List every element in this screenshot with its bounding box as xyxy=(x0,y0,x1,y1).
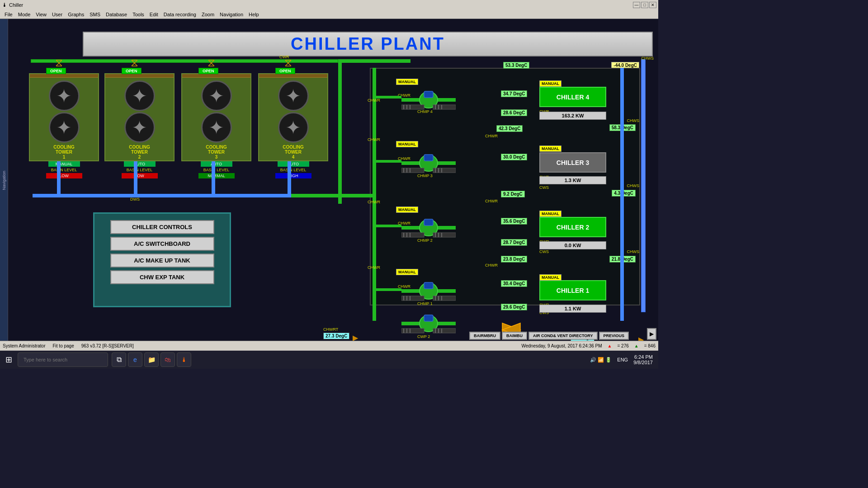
svg-rect-16 xyxy=(401,168,424,173)
menu-help[interactable]: Help xyxy=(246,12,262,17)
tower3-open-badge: OPEN xyxy=(198,68,218,74)
tower2-pipe-down xyxy=(134,161,137,197)
cws-ch2: CWS xyxy=(539,249,549,254)
cwr-pipe-ch2-h xyxy=(373,225,401,227)
status-user: System Administrator xyxy=(3,343,45,348)
tower2-mode: AUTO xyxy=(124,161,156,167)
bairmbru-btn[interactable]: BAIRMBRU xyxy=(469,332,500,340)
tower1-mode: MANUAL xyxy=(48,161,80,167)
status-fit: Fit to page xyxy=(52,343,74,348)
tower3-pipe-down xyxy=(212,161,215,197)
menu-graphs[interactable]: Graphs xyxy=(65,12,87,17)
cwp2-label: CWP 2 xyxy=(417,334,430,339)
title-bar: 🌡 Chiller — □ ✕ xyxy=(0,0,658,10)
previous-btn[interactable]: PREVIOUS xyxy=(599,332,629,340)
manual-badge-ch4: MANUAL xyxy=(396,79,418,85)
folder-btn[interactable]: 📁 xyxy=(144,352,159,367)
window-title: Chiller xyxy=(9,2,23,8)
close-button[interactable]: ✕ xyxy=(649,2,656,8)
cwr-pipe-ch3-h xyxy=(373,160,401,163)
menu-mode[interactable]: Mode xyxy=(15,12,33,17)
search-input[interactable] xyxy=(18,352,108,367)
chiller4-unit[interactable]: CHILLER 4 xyxy=(539,87,606,107)
menu-zoom[interactable]: Zoom xyxy=(199,12,217,17)
alarm-count: = 846 xyxy=(644,343,656,348)
kw-ch1: 1.1 KW xyxy=(539,305,606,313)
manual-badge-ch1: MANUAL xyxy=(396,269,418,275)
menu-navigation[interactable]: Navigation xyxy=(217,12,246,17)
chws-ch2: CHWS xyxy=(627,249,640,254)
chmp1-label: CHMP 1 xyxy=(417,301,433,306)
chws-ch3: CHWS xyxy=(627,183,640,188)
chws-pipe-right xyxy=(641,59,646,312)
cwr-pipe-top xyxy=(31,59,338,63)
scroll-right-btn[interactable]: ▶ xyxy=(647,328,656,340)
temp-ch2-28: 28.7 DegC xyxy=(501,239,527,246)
svg-rect-52 xyxy=(401,328,424,333)
menu-view[interactable]: View xyxy=(33,12,49,17)
chwr-pipe-right-v xyxy=(620,68,624,321)
cwr-pipe-ch4-h xyxy=(373,96,401,99)
ac-makeup-btn[interactable]: A/C MAKE UP TANK xyxy=(110,253,214,267)
chw-exp-btn[interactable]: CHW EXP TANK xyxy=(110,270,214,284)
chwrt-value: 27.3 DegC xyxy=(323,333,349,339)
chiller-controls-btn[interactable]: CHILLER CONTROLS xyxy=(110,220,214,234)
minimize-button[interactable]: — xyxy=(633,2,640,8)
chmp3-label: CHMP 3 xyxy=(417,174,433,178)
chiller3-unit[interactable]: CHILLER 3 xyxy=(539,152,606,173)
start-button[interactable]: ⊞ xyxy=(2,352,16,368)
tower2-basin: LOW xyxy=(122,173,158,178)
cooling-tower-3: ⧖ OPEN ✦ ✦ COOLINGTOWER3 AUTO BASIN LEVE… xyxy=(181,73,251,161)
svg-rect-15 xyxy=(424,155,433,161)
title-panel: CHILLER PLANT xyxy=(83,32,653,56)
chwr-label-3: CHWR xyxy=(368,200,380,204)
chwrt-label: CHWRT xyxy=(323,327,338,332)
menu-sms[interactable]: SMS xyxy=(87,12,103,17)
taskbar: ⊞ ⧉ e 📁 🛍 🌡 🔊 📶 🔋 ENG 6:24 PM 9/8/2017 xyxy=(0,351,658,369)
menu-edit[interactable]: Edit xyxy=(147,12,161,17)
menu-tools[interactable]: Tools xyxy=(130,12,147,17)
menu-file[interactable]: File xyxy=(2,12,15,17)
tower3-basin: NORMAL xyxy=(198,173,235,178)
svg-rect-28 xyxy=(401,233,424,237)
baimbu-btn[interactable]: BAIMBU xyxy=(502,332,527,340)
cwr-pipe-right-v xyxy=(338,59,342,204)
store-btn[interactable]: 🛍 xyxy=(160,352,175,367)
cwr-pipe-extend xyxy=(338,59,410,63)
cwr-pipe-ch1-h xyxy=(373,288,401,291)
chiller2-unit[interactable]: CHILLER 2 xyxy=(539,217,606,237)
alert-count: = 276 xyxy=(617,343,628,348)
status-bar: System Administrator Fit to page 963 v3.… xyxy=(0,341,658,351)
edge-btn[interactable]: e xyxy=(128,352,142,367)
menu-data-recording[interactable]: Data recording xyxy=(161,12,199,17)
temp-ch2-35: 35.6 DegC xyxy=(501,218,527,225)
alert-icon: ▲ xyxy=(608,343,612,348)
temp-ch3-42: 42.3 DegC xyxy=(496,125,523,132)
temp-ch4-top: 53.3 DegC xyxy=(503,62,529,69)
chwr-label-2: CHWR xyxy=(368,137,380,142)
menu-bar: File Mode View User Graphs SMS Database … xyxy=(0,10,658,19)
manual-badge-ch2: MANUAL xyxy=(396,206,418,213)
chwr-label-4: CHWR xyxy=(368,265,380,270)
cws-ch3: CWS xyxy=(539,185,549,190)
page-title: CHILLER PLANT xyxy=(291,34,445,54)
taskview-btn[interactable]: ⧉ xyxy=(112,352,126,367)
menu-user[interactable]: User xyxy=(49,12,65,17)
pump-cwp2 xyxy=(401,313,456,337)
tower4-mode: AUTO xyxy=(278,161,309,167)
clock-date: 9/8/2017 xyxy=(633,360,653,365)
chiller1-unit[interactable]: CHILLER 1 xyxy=(539,280,606,300)
chiller-app-btn[interactable]: 🌡 xyxy=(177,352,191,367)
ac-switchboard-btn[interactable]: A/C SWITCHBOARD xyxy=(110,237,214,251)
svg-rect-39 xyxy=(424,282,433,289)
manual-badge-ch2-right: MANUAL xyxy=(539,211,561,217)
maximize-button[interactable]: □ xyxy=(641,2,648,8)
cooling-tower-2: ⧖ OPEN ✦ ✦ COOLINGTOWER2 AUTO BASIN LEVE… xyxy=(104,73,175,161)
menu-database[interactable]: Database xyxy=(103,12,130,17)
status-version: 963 v3.72 [R-S][SERVER] xyxy=(81,343,134,348)
chmp4-label: CHMP 4 xyxy=(417,109,433,114)
chmp2-label: CHMP 2 xyxy=(417,238,433,243)
svg-rect-51 xyxy=(424,315,433,321)
tower1-open-badge: OPEN xyxy=(46,68,66,74)
air-cond-btn[interactable]: AIR COND& VENT DIRECTORY xyxy=(528,332,598,340)
